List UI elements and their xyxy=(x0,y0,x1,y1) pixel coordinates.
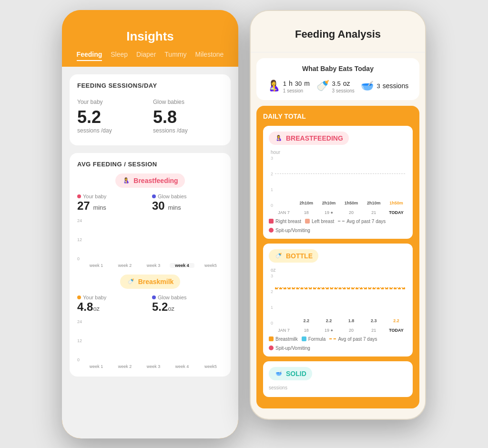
your-baby-label: Your baby xyxy=(77,99,147,105)
sessions-grid: Your baby 5.2 sessions /day Glow babies … xyxy=(77,95,223,138)
bf-right-chart: hour 3 2 1 0 xyxy=(269,150,407,215)
bf-section-icon: 🤱 xyxy=(274,134,283,143)
phones-container: Insights Feeding Sleep Diaper Tummy Mile… xyxy=(62,10,426,438)
right-title: Feeding Analysis xyxy=(260,28,416,41)
breastmilk-stats: Your baby 4.8oz Glow babies 5.2oz xyxy=(77,295,223,314)
breastmilk-icon: 🍼 xyxy=(127,277,135,286)
bf-chart: 24 12 0 xyxy=(77,218,223,268)
feeding-sessions-card: FEEDING SESSIONS/DAY Your baby 5.2 sessi… xyxy=(70,74,231,145)
bf-your-value: 27 mins xyxy=(77,199,148,213)
bottle-section-label: 🍼 BOTTLE xyxy=(269,249,318,263)
left-body: FEEDING SESSIONS/DAY Your baby 5.2 sessi… xyxy=(62,67,238,438)
avg-line-bf xyxy=(275,173,405,174)
right-phone: Feeding Analysis What Baby Eats Today 🤱 … xyxy=(250,10,426,420)
daily-total-title: DAILY TOTAL xyxy=(263,112,413,120)
breastmilk-label: 🍼 Breaskmilk xyxy=(120,275,181,289)
breastfeeding-icon: 🤱 xyxy=(122,176,131,185)
bm-y-labels: 24 12 0 xyxy=(77,319,82,362)
tab-feeding[interactable]: Feeding xyxy=(77,51,102,61)
bottle-emoji: 🍼 xyxy=(316,80,329,92)
tabs-row: Feeding Sleep Diaper Tummy Milestone xyxy=(71,51,229,67)
your-baby-box: Your baby 5.2 sessions /day xyxy=(77,95,147,138)
what-eats-card: What Baby Eats Today 🤱 1 h 30 m 1 sessio… xyxy=(256,58,419,100)
bf-section-label: 🤱 BREASTFEEDING xyxy=(269,132,349,145)
bf-x-labels: week 1 week 2 week 3 week 4 week5 xyxy=(84,263,223,268)
bm-x-labels: week 1 week 2 week 3 week 4 week5 xyxy=(84,364,223,369)
solid-section-label: 🥣 SOLID xyxy=(269,367,312,380)
bottle-legend: Breastmilk Formula Avg of past 7 days xyxy=(269,336,407,351)
bottle-y-label: oz xyxy=(271,267,405,273)
glow-baby-bf: Glow babies 30 mins xyxy=(152,193,223,213)
eats-stats-row: 🤱 1 h 30 m 1 session 🍼 xyxy=(264,78,412,93)
right-header: Feeding Analysis xyxy=(251,11,425,52)
sessions-emoji: 🥣 xyxy=(361,80,374,92)
bottle-analysis-card: 🍼 BOTTLE oz 3 2 1 0 xyxy=(263,244,413,356)
your-baby-value: 5.2 xyxy=(77,107,147,127)
left-header: Insights Feeding Sleep Diaper Tummy Mile… xyxy=(62,10,238,67)
tab-tummy[interactable]: Tummy xyxy=(164,51,186,61)
bottle-section-icon: 🍼 xyxy=(274,252,283,260)
breastfeeding-emoji: 🤱 xyxy=(267,80,280,92)
your-baby-bf: Your baby 27 mins xyxy=(77,193,148,213)
breastfeeding-stats: Your baby 27 mins Glow babies 30 mins xyxy=(77,193,223,213)
what-eats-title: What Baby Eats Today xyxy=(264,65,412,72)
bm-chart: 24 12 0 xyxy=(77,319,223,369)
your-baby-unit: sessions /day xyxy=(77,127,147,134)
eats-bottle: 🍼 3.5 oz 3 sessions xyxy=(316,78,355,93)
daily-total-section: DAILY TOTAL 🤱 BREASTFEEDING hour 3 2 xyxy=(256,106,419,408)
bf-y-labels: 24 12 0 xyxy=(77,218,82,261)
bf-bar-chart xyxy=(84,218,223,261)
solid-section-icon: 🥣 xyxy=(274,369,283,378)
tab-sleep[interactable]: Sleep xyxy=(111,51,128,61)
bf-analysis-card: 🤱 BREASTFEEDING hour 3 2 1 0 xyxy=(263,126,413,239)
glow-babies-value: 5.8 xyxy=(153,107,223,127)
left-title: Insights xyxy=(71,29,229,44)
your-baby-bm: Your baby 4.8oz xyxy=(77,295,148,314)
glow-babies-box: Glow babies 5.8 sessions /day xyxy=(153,95,223,138)
bf-legend: Right breast Left breast Avg of past 7 d… xyxy=(269,219,407,233)
glow-babies-label: Glow babies xyxy=(153,99,223,105)
solid-analysis-card: 🥣 SOLID sessions xyxy=(263,361,413,397)
left-phone: Insights Feeding Sleep Diaper Tummy Mile… xyxy=(62,10,238,438)
eats-sessions: 🥣 3 sessions xyxy=(361,80,408,92)
bf-y-label: hour xyxy=(271,150,405,155)
feeding-sessions-title: FEEDING SESSIONS/DAY xyxy=(77,82,223,89)
avg-feeding-card: AVG FEEDING / SESSION 🤱 Breastfeeding Yo… xyxy=(70,153,231,377)
tab-diaper[interactable]: Diaper xyxy=(136,51,156,61)
avg-line-bottle xyxy=(275,287,405,289)
breastfeeding-label: 🤱 Breastfeeding xyxy=(115,173,184,188)
eats-breastfeeding: 🤱 1 h 30 m 1 session xyxy=(267,78,310,93)
bf-glow-value: 30 mins xyxy=(152,199,223,213)
glow-baby-bm: Glow babies 5.2oz xyxy=(152,295,223,314)
bottle-right-chart: oz 3 2 1 0 xyxy=(269,267,407,333)
bm-bar-chart xyxy=(84,319,223,362)
glow-babies-unit: sessions /day xyxy=(153,127,223,134)
tab-milestone[interactable]: Milestone xyxy=(195,51,224,61)
avg-feeding-title: AVG FEEDING / SESSION xyxy=(77,161,223,168)
right-body: What Baby Eats Today 🤱 1 h 30 m 1 sessio… xyxy=(251,58,425,408)
